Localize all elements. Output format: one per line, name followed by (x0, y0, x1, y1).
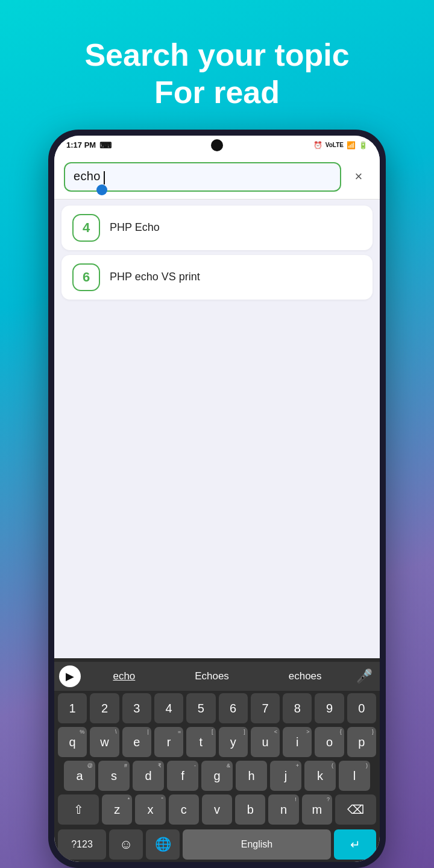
status-bar: 1:17 PM ⌨ ⏰ VoLTE 📶 🔋 (54, 136, 380, 155)
key-m[interactable]: m? (302, 794, 332, 825)
backspace-key[interactable]: ⌫ (335, 794, 376, 825)
keyboard-status-icon: ⌨ (99, 140, 112, 150)
key-5[interactable]: 5 (186, 693, 215, 723)
key-9[interactable]: 9 (315, 693, 344, 723)
result-item-0[interactable]: 4 PHP Echo (61, 206, 373, 250)
key-q[interactable]: q% (58, 727, 87, 757)
language-key[interactable]: 🌐 (146, 829, 180, 860)
phone-screen: 1:17 PM ⌨ ⏰ VoLTE 📶 🔋 echo × 4 (54, 136, 380, 862)
search-area: echo × (54, 155, 380, 200)
key-f[interactable]: f- (167, 761, 198, 791)
key-d[interactable]: d₹ (133, 761, 164, 791)
signal-icon: 📶 (347, 141, 356, 149)
key-a[interactable]: a@ (64, 761, 95, 791)
key-x[interactable]: x" (135, 794, 165, 825)
result-label-1: PHP echo VS print (110, 271, 200, 283)
suggestion-2[interactable]: echoes (284, 668, 327, 685)
key-w[interactable]: w\ (90, 727, 119, 757)
keyboard-rows: 1 2 3 4 5 6 7 8 9 0 q% w\ e| r= (54, 691, 380, 829)
key-v[interactable]: v (202, 794, 232, 825)
key-7[interactable]: 7 (251, 693, 280, 723)
status-bar-right: ⏰ VoLTE 📶 🔋 (313, 141, 368, 149)
suggestion-0[interactable]: echo (108, 668, 140, 685)
key-t[interactable]: t[ (186, 727, 215, 757)
results-area: 4 PHP Echo 6 PHP echo VS print (54, 200, 380, 658)
key-o[interactable]: o{ (315, 727, 344, 757)
status-bar-left: 1:17 PM ⌨ (66, 140, 112, 150)
key-3[interactable]: 3 (122, 693, 151, 723)
key-g[interactable]: g& (201, 761, 233, 791)
volte-icon: VoLTE (326, 142, 344, 148)
suggestions-list: echo Echoes echoes (83, 668, 351, 685)
key-6[interactable]: 6 (219, 693, 248, 723)
key-y[interactable]: y] (219, 727, 248, 757)
key-u[interactable]: u< (251, 727, 280, 757)
alarm-icon: ⏰ (313, 141, 322, 149)
key-c[interactable]: c (169, 794, 199, 825)
header-line2: For read (154, 75, 280, 110)
key-k[interactable]: k( (304, 761, 336, 791)
keyboard-bottom-row: ?123 ☺ 🌐 English ↵ (54, 829, 380, 860)
keyboard: ▶ echo Echoes echoes 🎤 1 2 3 4 5 6 7 (54, 658, 380, 862)
battery-icon: 🔋 (359, 141, 368, 149)
header-section: Search your topic For read (0, 0, 434, 130)
qwerty-row: q% w\ e| r= t[ y] u< i> o{ p} (58, 727, 376, 757)
key-2[interactable]: 2 (90, 693, 119, 723)
special-chars-key[interactable]: ?123 (58, 829, 106, 860)
clear-button[interactable]: × (347, 165, 370, 188)
shift-key[interactable]: ⇧ (58, 794, 99, 825)
space-key[interactable]: English (183, 829, 331, 860)
key-0[interactable]: 0 (347, 693, 376, 723)
keyboard-suggestions-bar: ▶ echo Echoes echoes 🎤 (54, 662, 380, 691)
suggestion-forward-button[interactable]: ▶ (59, 665, 81, 687)
search-input-text: echo (74, 169, 101, 183)
key-b[interactable]: b (235, 794, 265, 825)
key-e[interactable]: e| (122, 727, 151, 757)
result-badge-1: 6 (72, 263, 100, 291)
number-row: 1 2 3 4 5 6 7 8 9 0 (58, 693, 376, 723)
key-j[interactable]: j+ (270, 761, 301, 791)
search-input-wrapper[interactable]: echo (64, 162, 341, 192)
time-display: 1:17 PM (66, 140, 96, 149)
key-h[interactable]: h (236, 761, 267, 791)
key-4[interactable]: 4 (154, 693, 183, 723)
key-s[interactable]: s# (98, 761, 130, 791)
phone-mockup: 1:17 PM ⌨ ⏰ VoLTE 📶 🔋 echo × 4 (48, 130, 386, 868)
key-1[interactable]: 1 (58, 693, 87, 723)
key-n[interactable]: n! (268, 794, 298, 825)
header-title: Search your topic For read (24, 36, 410, 112)
suggestion-1[interactable]: Echoes (190, 668, 234, 685)
key-z[interactable]: z* (102, 794, 132, 825)
text-cursor (104, 171, 105, 184)
header-line1: Search your topic (84, 37, 349, 72)
key-r[interactable]: r= (154, 727, 183, 757)
result-label-0: PHP Echo (110, 221, 160, 234)
camera-notch (211, 139, 223, 151)
result-item-1[interactable]: 6 PHP echo VS print (61, 255, 373, 300)
key-p[interactable]: p} (347, 727, 376, 757)
asdf-row: a@ s# d₹ f- g& h j+ k( l) (58, 761, 376, 791)
emoji-key[interactable]: ☺ (109, 829, 143, 860)
key-l[interactable]: l) (339, 761, 370, 791)
cursor-handle[interactable] (96, 184, 107, 195)
zxcv-row: ⇧ z* x" c v b n! m? ⌫ (58, 794, 376, 825)
mic-button[interactable]: 🎤 (354, 666, 375, 687)
result-badge-0: 4 (72, 214, 100, 242)
key-8[interactable]: 8 (283, 693, 312, 723)
enter-key[interactable]: ↵ (334, 829, 376, 860)
key-i[interactable]: i> (283, 727, 312, 757)
